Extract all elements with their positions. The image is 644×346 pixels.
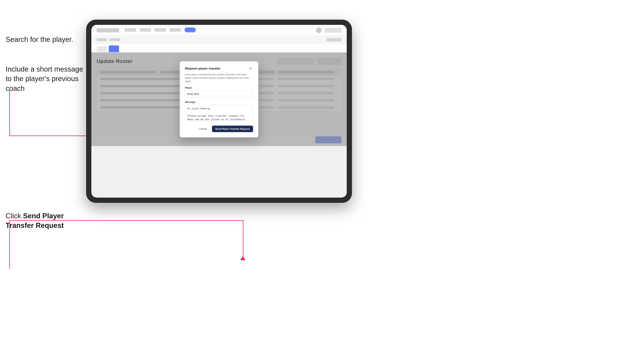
tab-item-1 [96,46,107,52]
modal-title: Request player transfer [185,67,220,70]
nav-item-1 [125,28,136,32]
nav-button [324,28,342,33]
modal-close-button[interactable]: ✕ [248,67,253,71]
annotation-line-vertical-bottom1 [9,221,10,269]
message-textarea[interactable] [185,105,253,121]
nav-item-2 [140,28,151,32]
modal-header: Request player transfer ✕ [185,67,253,71]
nav-right [316,27,342,33]
annotation-line-vertical-top [9,87,10,136]
tab-bar [91,44,347,52]
modal-dialog: Request player transfer ✕ If the player … [180,61,258,137]
sub-header-item-1 [96,38,107,41]
app-body: Update Roster [91,52,347,146]
player-field-label: Player [185,86,253,89]
tablet-device: Update Roster [86,20,352,203]
annotation-line-horizontal-bottom [9,220,243,221]
send-transfer-request-button[interactable]: Send Player Transfer Request [212,126,253,132]
nav-item-4 [170,28,181,32]
annotation-click: Click Send Player Transfer Request [6,211,96,230]
tablet-screen: Update Roster [91,25,347,197]
annotation-message: Include a short message to the player's … [6,64,96,93]
user-avatar [316,27,322,33]
tab-item-active [109,45,119,52]
app-header [91,25,347,36]
app-logo [96,28,119,32]
app-nav [125,28,316,32]
annotation-arrow-up-bottom [240,256,246,260]
nav-item-active [184,27,196,32]
sub-header-right [326,38,342,41]
annotation-line-vertical-bottom2 [243,220,243,257]
cancel-button[interactable]: Cancel [196,126,210,132]
sub-header [91,36,347,44]
annotation-search: Search for the player. [6,35,73,44]
modal-overlay: Request player transfer ✕ If the player … [91,52,347,146]
nav-item-3 [155,28,166,32]
player-search-input[interactable] [185,90,253,98]
tablet-outer: Update Roster [86,20,352,203]
sub-header-item-2 [110,38,120,41]
modal-footer: Cancel Send Player Transfer Request [185,126,253,132]
modal-description: If the player is transferring from anoth… [185,73,253,83]
message-field-label: Message [185,101,253,103]
